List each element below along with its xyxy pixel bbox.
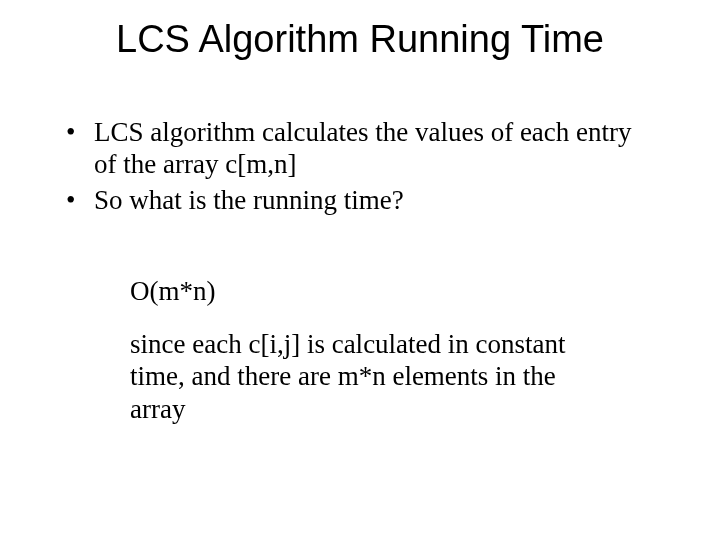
bullet-item: So what is the running time? <box>62 185 658 217</box>
bullet-item: LCS algorithm calculates the values of e… <box>62 117 658 181</box>
bullet-list: LCS algorithm calculates the values of e… <box>62 117 658 217</box>
slide: LCS Algorithm Running Time LCS algorithm… <box>0 0 720 540</box>
answer-complexity: O(m*n) <box>130 275 618 308</box>
answer-block: O(m*n) since each c[i,j] is calculated i… <box>62 275 658 427</box>
slide-body: LCS algorithm calculates the values of e… <box>0 61 720 426</box>
slide-title: LCS Algorithm Running Time <box>0 0 720 61</box>
answer-explanation: since each c[i,j] is calculated in const… <box>130 328 618 427</box>
